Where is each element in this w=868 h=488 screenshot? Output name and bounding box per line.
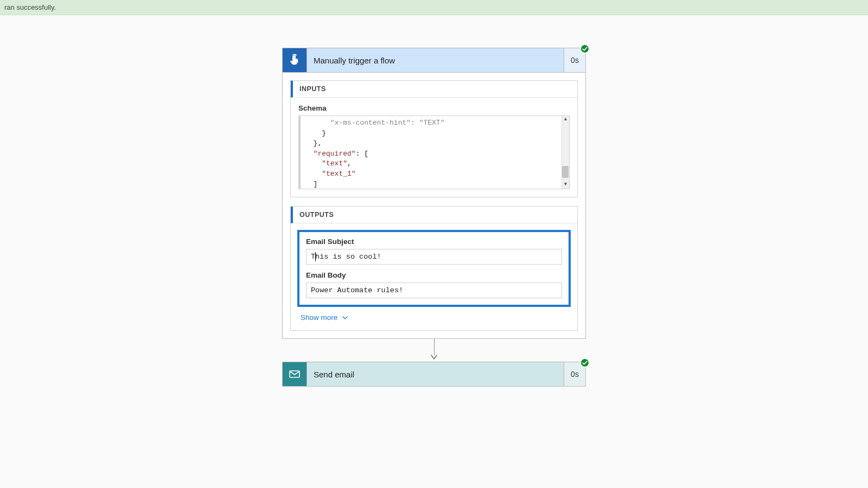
flow-connector (282, 339, 586, 362)
email-subject-label: Email Subject (306, 237, 562, 246)
show-more-label: Show more (301, 313, 337, 322)
trigger-step-card: Manually trigger a flow 0s INPUTS Schema… (282, 48, 586, 339)
chevron-down-icon (342, 314, 348, 321)
schema-scrollbar[interactable]: ▲ ▼ (561, 116, 569, 189)
email-body-label: Email Body (306, 271, 562, 279)
scroll-up-icon[interactable]: ▲ (562, 116, 569, 124)
flow-canvas: Manually trigger a flow 0s INPUTS Schema… (0, 15, 868, 488)
success-check-icon (580, 44, 590, 54)
manual-trigger-icon (283, 48, 307, 72)
trigger-step-header[interactable]: Manually trigger a flow 0s (283, 48, 585, 72)
trigger-step-title: Manually trigger a flow (307, 48, 564, 72)
show-more-link[interactable]: Show more (298, 312, 349, 323)
scroll-thumb[interactable] (562, 166, 569, 178)
inputs-section-header: INPUTS (291, 81, 577, 98)
email-body-value[interactable]: Power Automate rules! (306, 282, 562, 298)
schema-label: Schema (298, 104, 570, 112)
text-cursor-icon (315, 252, 316, 261)
mail-icon (283, 362, 307, 386)
send-email-step-card: Send email 0s (282, 362, 586, 387)
outputs-highlight-box: Email Subject This is so cool! Email Bod… (297, 230, 571, 307)
inputs-section: INPUTS Schema "x-ms-content-hint": "TEXT… (290, 80, 578, 197)
schema-textarea[interactable]: "x-ms-content-hint": "TEXT" } }, "requir… (298, 115, 570, 189)
success-banner-text: ran successfully. (4, 3, 56, 11)
outputs-section-header: OUTPUTS (291, 207, 577, 223)
send-email-step-header[interactable]: Send email 0s (283, 362, 585, 386)
send-email-step-title: Send email (307, 362, 564, 386)
success-check-icon (580, 358, 590, 368)
email-subject-value[interactable]: This is so cool! (306, 249, 562, 265)
success-banner: ran successfully. (0, 0, 868, 15)
outputs-section: OUTPUTS Email Subject This is so cool! E… (290, 206, 578, 331)
trigger-step-body: INPUTS Schema "x-ms-content-hint": "TEXT… (283, 72, 585, 338)
scroll-down-icon[interactable]: ▼ (562, 181, 569, 189)
